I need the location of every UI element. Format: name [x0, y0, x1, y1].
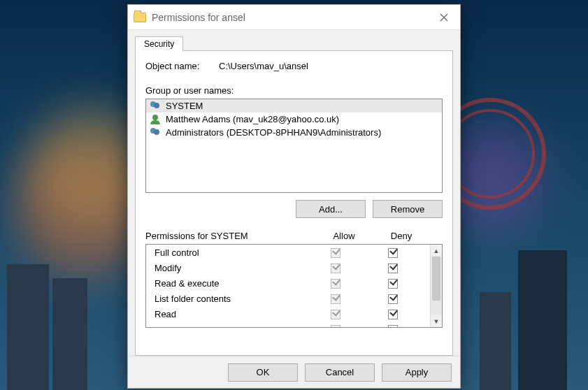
allow-checkbox [331, 248, 340, 258]
deny-column-label: Deny [373, 231, 430, 241]
allow-checkbox [331, 279, 340, 289]
add-button[interactable]: Add... [296, 200, 366, 218]
permission-row: Read & execute [146, 275, 430, 291]
allow-checkbox [331, 294, 340, 304]
list-item-label: Administrators (DESKTOP-8PHHAN9\Administ… [166, 127, 381, 138]
deny-checkbox[interactable] [388, 248, 398, 258]
object-name-value: C:\Users\mav_u\ansel [219, 61, 308, 71]
tab-security[interactable]: Security [135, 36, 183, 51]
permission-name: List folder contents [155, 294, 307, 304]
titlebar: Permissions for ansel [128, 5, 460, 30]
allow-checkbox [331, 263, 340, 273]
folder-icon [134, 13, 146, 22]
permission-name: Read [155, 309, 307, 319]
permission-row: Modify [146, 260, 430, 275]
window-title: Permissions for ansel [152, 12, 428, 23]
allow-checkbox [331, 325, 340, 327]
bg-building [7, 264, 49, 390]
allow-cell [307, 262, 364, 273]
group-user-label: Group or user names: [145, 85, 443, 96]
user-icon [150, 115, 162, 124]
bg-building [518, 250, 567, 390]
scroll-thumb[interactable] [432, 257, 440, 301]
tab-panel-security: Object name: C:\Users\mav_u\ansel Group … [135, 50, 453, 356]
scroll-down-arrow[interactable]: ▼ [431, 315, 442, 327]
permissions-for-label: Permissions for SYSTEM [145, 231, 315, 241]
tab-strip: Security [135, 34, 453, 51]
group-icon [150, 128, 162, 138]
deny-cell [364, 247, 422, 258]
deny-cell [364, 293, 422, 304]
permission-name: Full control [155, 247, 307, 258]
list-item[interactable]: Administrators (DESKTOP-8PHHAN9\Administ… [146, 126, 442, 139]
allow-cell [307, 293, 364, 304]
deny-cell [364, 262, 422, 273]
deny-checkbox[interactable] [388, 279, 398, 289]
allow-cell [307, 324, 364, 327]
list-item-label: SYSTEM [166, 101, 203, 111]
list-item-label: Matthew Adams (mav_uk28@yahoo.co.uk) [166, 114, 339, 124]
bg-building [480, 292, 511, 390]
permissions-header: Permissions for SYSTEM Allow Deny [145, 231, 443, 241]
deny-checkbox[interactable] [388, 325, 398, 327]
list-item[interactable]: SYSTEM [146, 99, 442, 113]
allow-checkbox [331, 310, 340, 319]
dialog-footer: OK Cancel Apply [128, 356, 460, 388]
cancel-button[interactable]: Cancel [305, 363, 375, 382]
permission-row: Read [146, 306, 430, 322]
user-button-row: Add... Remove [145, 200, 443, 218]
permissions-box: Full controlModifyRead & executeList fol… [145, 244, 443, 328]
allow-column-label: Allow [315, 231, 373, 241]
deny-checkbox[interactable] [388, 263, 398, 273]
list-item[interactable]: Matthew Adams (mav_uk28@yahoo.co.uk) [146, 113, 442, 126]
user-listbox[interactable]: SYSTEMMatthew Adams (mav_uk28@yahoo.co.u… [145, 99, 443, 193]
permissions-rows: Full controlModifyRead & executeList fol… [146, 245, 430, 327]
deny-cell [364, 324, 422, 327]
allow-cell [307, 308, 364, 319]
permission-name: Read & execute [155, 278, 307, 289]
permission-row-partial [146, 322, 430, 327]
close-button[interactable] [428, 5, 460, 30]
bg-building [52, 278, 87, 390]
ok-button[interactable]: OK [228, 363, 298, 382]
deny-cell [364, 277, 422, 289]
remove-button[interactable]: Remove [373, 200, 443, 218]
object-name-label: Object name: [145, 61, 219, 71]
close-icon [440, 13, 448, 22]
permission-name: Modify [155, 263, 307, 273]
object-name-row: Object name: C:\Users\mav_u\ansel [145, 61, 443, 71]
dialog-body: Security Object name: C:\Users\mav_u\ans… [128, 30, 460, 356]
allow-cell [307, 247, 364, 258]
deny-checkbox[interactable] [388, 294, 398, 304]
scroll-track[interactable] [431, 257, 442, 315]
permission-row: List folder contents [146, 291, 430, 306]
permissions-dialog: Permissions for ansel Security Object na… [127, 4, 461, 389]
allow-cell [307, 277, 364, 289]
permissions-scrollbar[interactable]: ▲ ▼ [430, 245, 442, 327]
permission-row: Full control [146, 245, 430, 260]
deny-cell [364, 308, 422, 319]
group-icon [150, 101, 162, 111]
deny-checkbox[interactable] [388, 310, 398, 319]
scroll-up-arrow[interactable]: ▲ [431, 245, 442, 257]
apply-button[interactable]: Apply [382, 363, 452, 382]
